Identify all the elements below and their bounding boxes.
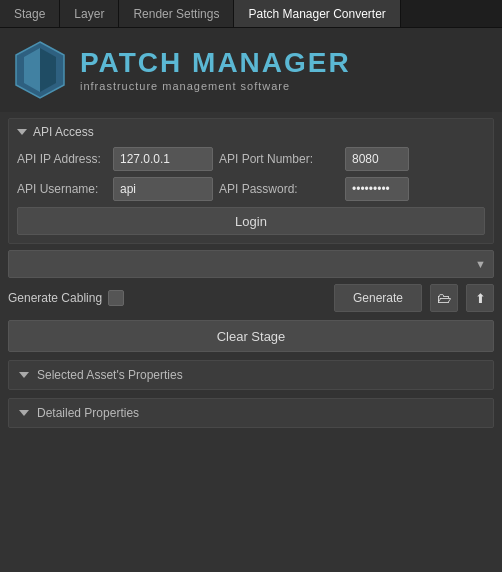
port-label: API Port Number: (219, 152, 339, 166)
selected-assets-chevron (19, 372, 29, 378)
folder-icon: 🗁 (437, 290, 451, 306)
generate-label: Generate Cabling (8, 290, 326, 306)
selected-assets-header[interactable]: Selected Asset's Properties (8, 360, 494, 390)
password-input[interactable] (345, 177, 409, 201)
api-access-chevron (17, 129, 27, 135)
username-label: API Username: (17, 182, 107, 196)
detailed-properties-chevron (19, 410, 29, 416)
logo-icon (14, 40, 66, 100)
app-title: PATCH MANAGER (80, 49, 351, 77)
detailed-properties-header[interactable]: Detailed Properties (8, 398, 494, 428)
tab-patch-manager[interactable]: Patch Manager Converter (234, 0, 400, 27)
app-subtitle: infrastructure management software (80, 80, 351, 92)
folder-button[interactable]: 🗁 (430, 284, 458, 312)
dropdown-select[interactable] (8, 250, 494, 278)
tab-stage[interactable]: Stage (0, 0, 60, 27)
main-panel: PATCH MANAGER infrastructure management … (0, 28, 502, 572)
password-label: API Password: (219, 182, 339, 196)
port-input[interactable] (345, 147, 409, 171)
dropdown-row: ▼ (8, 250, 494, 278)
header: PATCH MANAGER infrastructure management … (0, 28, 502, 112)
api-access-label: API Access (33, 125, 94, 139)
tab-layer[interactable]: Layer (60, 0, 119, 27)
ip-label: API IP Address: (17, 152, 107, 166)
generate-cabling-checkbox[interactable] (108, 290, 124, 306)
selected-assets-label: Selected Asset's Properties (37, 368, 183, 382)
api-access-section: API Access API IP Address: API Port Numb… (8, 118, 494, 244)
detailed-properties-label: Detailed Properties (37, 406, 139, 420)
generate-cabling-row: Generate Cabling Generate 🗁 ⬆ (8, 284, 494, 312)
logo-text: PATCH MANAGER infrastructure management … (80, 49, 351, 92)
tab-bar: Stage Layer Render Settings Patch Manage… (0, 0, 502, 28)
username-input[interactable] (113, 177, 213, 201)
ip-input[interactable] (113, 147, 213, 171)
login-button[interactable]: Login (17, 207, 485, 235)
ip-port-row: API IP Address: API Port Number: (17, 147, 485, 171)
generate-button[interactable]: Generate (334, 284, 422, 312)
tab-render-settings[interactable]: Render Settings (119, 0, 234, 27)
export-button[interactable]: ⬆ (466, 284, 494, 312)
clear-stage-row: Clear Stage (8, 320, 494, 352)
clear-stage-button[interactable]: Clear Stage (8, 320, 494, 352)
api-access-header[interactable]: API Access (17, 125, 485, 139)
export-icon: ⬆ (475, 291, 486, 306)
username-password-row: API Username: API Password: (17, 177, 485, 201)
